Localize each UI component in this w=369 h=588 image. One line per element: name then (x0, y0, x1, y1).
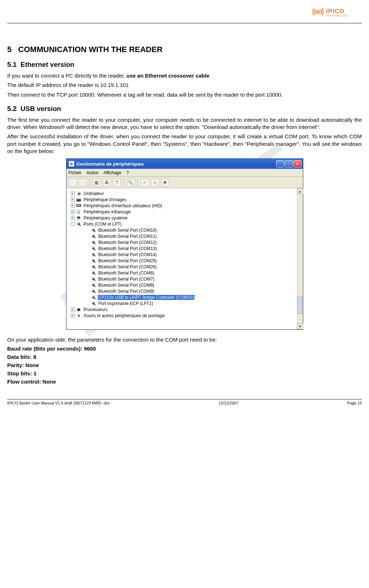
param-baud: Baud rate (Bits per seconds): 9600 (7, 346, 362, 352)
section-5-1-heading: 5.1 Ethernet version (7, 61, 362, 69)
para-5-1-1: If you want to connect a PC directly to … (7, 72, 362, 79)
tree-item[interactable]: Bluetooth Serial Port (COM9) (98, 289, 155, 294)
subsection-title: USB version (20, 105, 61, 112)
tree-item[interactable]: Périphérique d'images (83, 197, 127, 202)
port-icon: 🔌 (91, 264, 96, 269)
port-icon: 🔌 (91, 270, 96, 276)
logo-tagline: RFID REALISED (326, 14, 347, 17)
properties-button[interactable]: ▦ (93, 179, 101, 186)
port-icon: 🔌 (91, 289, 96, 294)
tree-item[interactable]: Périphériques système (83, 216, 128, 221)
port-icon: 🔌 (91, 277, 96, 282)
scroll-thumb[interactable] (297, 296, 303, 314)
imaging-icon: 📷 (76, 197, 82, 202)
close-button[interactable]: × (294, 160, 301, 167)
logo-name: IPICO (326, 8, 347, 14)
tree-item[interactable]: Bluetooth Serial Port (COM12) (98, 240, 158, 245)
section-title: COMMUNICATION WITH THE READER (18, 45, 163, 54)
menu-action[interactable]: Action (87, 170, 98, 175)
computer-icon: 🖥 (76, 191, 82, 196)
svg-rect-0 (317, 10, 319, 13)
subsection-title: Ethernet version (20, 61, 74, 68)
window-titlebar[interactable]: ⚙ Gestionnaire de périphériques _ □ × (66, 159, 303, 169)
infrared-icon: 📡 (76, 209, 82, 214)
window-title: Gestionnaire de périphériques (77, 161, 276, 167)
port-icon: 🔌 (91, 258, 96, 263)
section-5-2-heading: 5.2 USB version (7, 105, 362, 113)
vertical-scrollbar[interactable]: ▲ ▼ (297, 188, 303, 329)
tree-item[interactable]: Périphériques d'interface utilisateur (H… (83, 203, 163, 208)
minimize-button[interactable]: _ (276, 160, 284, 167)
tree-item[interactable]: Bluetooth Serial Port (COM13) (98, 246, 158, 251)
tree-item[interactable]: Bluetooth Serial Port (COM7) (98, 277, 155, 282)
footer-doc-name: IPICO Spider User Manual V1.0 draft 2007… (7, 401, 110, 405)
para-5-2-1: The first time you connect the reader to… (7, 116, 362, 131)
back-button[interactable]: ← (69, 179, 77, 186)
para-5-2-3: On your application side, the parameters… (7, 336, 362, 343)
menu-view[interactable]: Affichage (103, 170, 121, 175)
print-button[interactable]: 🖶 (103, 179, 111, 186)
param-parity: Parity: None (7, 362, 362, 368)
tree-item[interactable]: Bluetooth Serial Port (COM25) (98, 258, 158, 263)
param-flow-control: Flow control: None (7, 379, 362, 385)
tree-item[interactable]: Bluetooth Serial Port (COM26) (98, 264, 158, 269)
subsection-number: 5.2 (7, 105, 17, 112)
para-5-1-3: Then connect to the TCP port 10000. When… (7, 91, 362, 98)
window-menubar: Fichier Action Affichage ? (66, 169, 303, 177)
tree-item[interactable]: Bluetooth Serial Port (COM6) (98, 270, 155, 276)
menu-file[interactable]: Fichier (69, 170, 82, 175)
tree-item[interactable]: Souris et autres périphériques de pointa… (83, 313, 166, 318)
window-icon: ⚙ (69, 161, 74, 167)
tree-item-selected[interactable]: CP210x USB to UART Bridge Controller (CO… (98, 295, 195, 300)
menu-help[interactable]: ? (126, 170, 129, 175)
tree-item[interactable]: Périphériques infrarouge (83, 209, 132, 214)
port-icon: 🔌 (91, 252, 96, 257)
device-tree[interactable]: +🖥Ordinateur +📷Périphérique d'images +⌨P… (66, 188, 297, 329)
header-logo: IPICO RFID REALISED (7, 4, 362, 22)
tree-item[interactable]: Bluetooth Serial Port (COM14) (98, 252, 158, 257)
para-5-1-2: The default IP address of the reader is … (7, 82, 362, 89)
uninstall-button[interactable]: ✖ (161, 179, 169, 186)
tree-item[interactable]: Processeurs (83, 307, 109, 312)
device-manager-window: ⚙ Gestionnaire de périphériques _ □ × Fi… (66, 158, 303, 330)
port-icon: 🔌 (91, 240, 96, 245)
tree-item[interactable]: Port imprimante ECP (LPT1) (98, 301, 154, 306)
scan-button[interactable]: 🔍 (127, 179, 135, 186)
footer-date: 12/12/2007 (218, 401, 238, 405)
param-data-bits: Data bits: 8 (7, 354, 362, 360)
mouse-icon: 🖱 (76, 313, 82, 318)
tree-item[interactable]: Bluetooth Serial Port (COM10) (98, 228, 158, 233)
scroll-up-button[interactable]: ▲ (297, 188, 303, 194)
footer-row: IPICO Spider User Manual V1.0 draft 2007… (7, 399, 362, 405)
help-toolbar-button[interactable]: ? (113, 179, 121, 186)
param-stop-bits: Stop bits: 1 (7, 370, 362, 376)
maximize-button[interactable]: □ (285, 160, 293, 167)
port-icon: 🔌 (91, 283, 96, 288)
scroll-down-button[interactable]: ▼ (297, 323, 303, 329)
port-icon: 🔌 (91, 228, 96, 233)
port-icon: 🔌 (91, 234, 96, 239)
disable-button[interactable]: ⦸ (151, 179, 159, 186)
tree-item[interactable]: Bluetooth Serial Port (COM11) (98, 234, 158, 239)
para-5-2-2: After the successful installation of the… (7, 133, 362, 155)
tree-item[interactable]: Ordinateur (83, 191, 105, 196)
footer-page: Page 15 (347, 401, 362, 405)
hid-icon: ⌨ (76, 203, 82, 208)
port-icon: 🔌 (91, 246, 96, 251)
section-number: 5 (7, 45, 11, 54)
enable-button[interactable]: ✓ (141, 179, 149, 186)
tree-item[interactable]: Ports (COM et LPT) (83, 222, 123, 227)
section-5-heading: 5 COMMUNICATION WITH THE READER (7, 45, 362, 54)
subsection-number: 5.1 (7, 61, 17, 68)
window-toolbar: ← → ▦ 🖶 ? 🔍 ✓ ⦸ ✖ (66, 177, 303, 188)
ports-icon: 🔌 (76, 222, 82, 227)
port-icon: 🔌 (91, 295, 96, 300)
tree-item[interactable]: Bluetooth Serial Port (COM8) (98, 283, 155, 288)
port-icon: 🔌 (91, 301, 96, 306)
forward-button[interactable]: → (79, 179, 87, 186)
system-icon: 💻 (76, 216, 82, 221)
processor-icon: ▣ (76, 307, 82, 312)
logo-icon (312, 7, 324, 18)
